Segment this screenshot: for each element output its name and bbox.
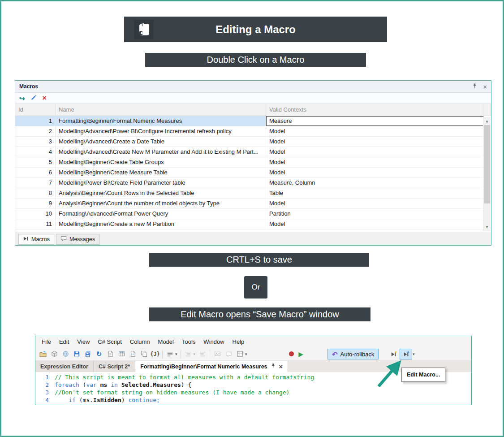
step1-banner: Double Click on a Macro (145, 53, 366, 67)
macros-panel-title: Macros (19, 83, 472, 90)
macro-row[interactable]: 2Modelling\Advanced\Power BI\Configure I… (15, 126, 483, 137)
menu-item-edit[interactable]: Edit (55, 337, 73, 347)
new-document-icon[interactable] (106, 350, 114, 358)
macro-row[interactable]: 9Analysis\Beginner\Count the number of m… (15, 199, 483, 209)
macro-row[interactable]: 11Modelling\Beginner\Create a new M Part… (15, 219, 483, 229)
macros-tab-icon (23, 236, 29, 243)
title-banner: Editing a Macro (124, 17, 387, 42)
chevron-down-icon[interactable]: ▾ (245, 352, 247, 356)
menu-item-help[interactable]: Help (228, 337, 249, 347)
macro-name-cell: Modelling\Power BI\Create Field Paramete… (56, 178, 266, 188)
macro-row[interactable]: 5Modelling\Beginner\Create Table GroupsM… (15, 157, 483, 168)
menu-item-window[interactable]: Window (199, 337, 228, 347)
record-icon[interactable] (289, 351, 294, 356)
macro-name-cell: Modelling\Beginner\Create Table Groups (56, 157, 266, 167)
close-icon[interactable]: × (483, 83, 487, 90)
refresh-icon[interactable]: ↻ (95, 350, 103, 358)
save-all-icon[interactable] (84, 350, 92, 358)
edit-macro-pencil-icon[interactable] (30, 94, 37, 102)
macros-table-body: 1Formatting\Beginner\Format Numeric Meas… (15, 116, 491, 233)
save-macro-icon[interactable] (389, 350, 397, 358)
macros-panel-statusbar: Macros Messages (15, 233, 491, 245)
tab-macros[interactable]: Macros (18, 234, 54, 245)
scroll-down-icon[interactable]: ▼ (483, 223, 491, 230)
image-frame-icon[interactable] (213, 350, 221, 358)
macro-row[interactable]: 10Formating\Advanced\Format Power QueryP… (15, 209, 483, 219)
column-header-name[interactable]: Name (56, 104, 266, 116)
macros-panel-titlebar: Macros × (15, 81, 491, 93)
toolbar-separator (181, 350, 181, 358)
open-file-icon[interactable] (39, 350, 47, 358)
close-icon[interactable]: × (279, 363, 283, 370)
code-line: 2foreach (var ms in Selected.Measures) { (35, 381, 471, 389)
braces-icon[interactable]: {J} (151, 350, 159, 358)
macros-panel: Macros × ↪ × Id Name Valid Contexts 1For… (15, 80, 491, 246)
messages-bubble-icon (60, 236, 67, 243)
menu-item-view[interactable]: View (73, 337, 94, 347)
script-document-icon[interactable] (129, 350, 137, 358)
macro-row[interactable]: 7Modelling\Power BI\Create Field Paramet… (15, 178, 483, 188)
tab-label: Expression Editor (40, 363, 88, 370)
editor-toolbar: ↻ {J} ▾ ▾ (35, 347, 471, 361)
macro-contexts-cell: Model (266, 147, 483, 157)
macro-row[interactable]: 4Modelling\Advanced\Create New M Paramet… (15, 147, 483, 157)
chevron-down-icon[interactable]: ▾ (175, 352, 177, 356)
menu-item-c-script[interactable]: C# Script (94, 337, 125, 347)
step3-banner: Edit Macro opens “Save Macro” window (149, 307, 370, 321)
macro-id-cell: 4 (15, 147, 56, 157)
macro-id-cell: 7 (15, 178, 56, 188)
outdent-icon[interactable] (198, 350, 207, 358)
macro-row[interactable]: 8Analysis\Beginner\Count Rows in the Sel… (15, 188, 483, 199)
chevron-down-icon[interactable]: ▾ (194, 352, 196, 356)
column-header-id[interactable]: Id (15, 104, 56, 116)
format-list-icon[interactable] (166, 350, 174, 358)
tab-label: Formatting\Beginner\Format Numeric Measu… (140, 363, 267, 370)
delete-macro-icon[interactable]: × (43, 95, 47, 102)
table-icon[interactable] (117, 350, 125, 358)
auto-rollback-button[interactable]: ↶ Auto-rollback (327, 349, 379, 359)
menu-item-file[interactable]: File (38, 337, 55, 347)
comment-bubble-icon[interactable] (224, 350, 233, 358)
menu-item-column[interactable]: Column (126, 337, 154, 347)
package-icon[interactable] (50, 350, 58, 358)
macro-row[interactable]: 3Modelling\Advanced\Create a Date TableM… (15, 137, 483, 147)
macro-name-cell: Modelling\Beginner\Create Measure Table (56, 168, 266, 177)
macro-id-cell: 8 (15, 188, 56, 198)
menu-item-model[interactable]: Model (154, 337, 178, 347)
editor-tab-formatting-beginner-format-numeric-measures[interactable]: Formatting\Beginner\Format Numeric Measu… (135, 361, 288, 372)
page: Editing a Macro Double Click on a Macro … (0, 0, 504, 437)
tab-messages[interactable]: Messages (56, 234, 99, 245)
scroll-up-icon[interactable]: ▲ (483, 117, 491, 125)
macro-row[interactable]: 6Modelling\Beginner\Create Measure Table… (15, 168, 483, 178)
macro-id-cell: 11 (15, 219, 56, 229)
line-number: 3 (35, 389, 49, 396)
play-icon[interactable]: ▶ (297, 350, 305, 358)
deploy-globe-icon[interactable] (61, 350, 69, 358)
pin-icon[interactable] (271, 363, 276, 370)
editor-tab-expression-editor[interactable]: Expression Editor (35, 361, 94, 372)
macro-contexts-cell: Model (266, 168, 483, 177)
indent-icon[interactable] (184, 350, 192, 358)
macros-panel-toolbar: ↪ × (15, 93, 491, 104)
annotation-arrow (372, 358, 406, 393)
editor-menubar: FileEditViewC# ScriptColumnModelToolsWin… (35, 336, 471, 347)
macro-contexts-cell: Model (266, 126, 483, 136)
chevron-down-icon[interactable]: ▾ (413, 352, 415, 356)
editor-tab-c-script-2[interactable]: C# Script 2* (94, 361, 135, 372)
macro-row[interactable]: 1Formatting\Beginner\Format Numeric Meas… (15, 116, 483, 126)
scrollbar-thumb[interactable] (484, 125, 490, 203)
pin-icon[interactable] (472, 83, 478, 90)
borders-icon[interactable] (236, 350, 244, 358)
column-header-valid-contexts[interactable]: Valid Contexts (266, 104, 483, 116)
tab-label: C# Script 2* (99, 363, 130, 370)
perspectives-icon[interactable] (140, 350, 148, 358)
edit-macro-tooltip: Edit Macro... (401, 368, 445, 382)
code-text: foreach (var ms in Selected.Measures) { (55, 381, 191, 389)
macro-name-cell: Formatting\Beginner\Format Numeric Measu… (56, 116, 266, 126)
run-macro-icon[interactable]: ↪ (19, 95, 25, 102)
macro-name-cell: Modelling\Beginner\Create a new M Partit… (56, 219, 266, 229)
menu-item-tools[interactable]: Tools (178, 337, 199, 347)
macro-contexts-cell: Model (266, 199, 483, 208)
save-icon[interactable] (73, 350, 81, 358)
vertical-scrollbar[interactable]: ▲ ▼ (483, 117, 491, 231)
